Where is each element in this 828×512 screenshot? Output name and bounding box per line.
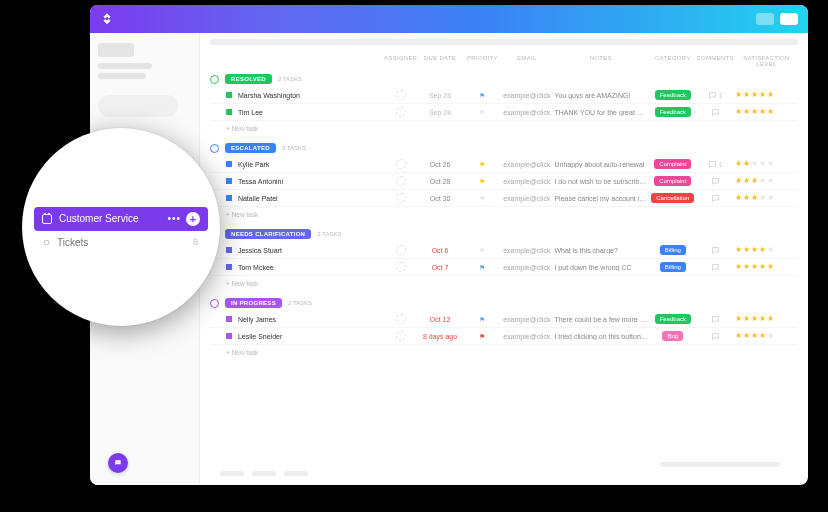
star-icon[interactable]: ★ [759,332,766,340]
task-row[interactable]: Kylie ParkOct 26⚑example@clickUnhappy ab… [210,156,798,173]
category-pill[interactable]: Feedback [655,314,691,324]
assignee-empty[interactable] [396,107,406,117]
due-date[interactable]: Oct 12 [417,316,462,323]
due-date[interactable]: Oct 7 [417,264,462,271]
star-icon[interactable]: ★ [751,332,758,340]
col-priority[interactable]: PRIORITY [463,55,502,67]
star-icon[interactable]: ★ [767,315,774,323]
task-name[interactable]: Tom Mckee [238,264,384,271]
task-row[interactable]: Nelly JamesOct 12⚑example@clickThere cou… [210,311,798,328]
star-icon[interactable]: ★ [743,177,750,185]
status-pill[interactable]: ESCALATED [225,143,276,153]
comments-cell[interactable] [695,332,734,341]
star-icon[interactable]: ★ [751,160,758,168]
comments-cell[interactable] [695,177,734,186]
star-icon[interactable]: ★ [743,263,750,271]
task-status-square[interactable] [226,195,232,201]
comment-icon[interactable] [711,194,720,203]
due-date[interactable]: Oct 28 [417,178,462,185]
star-icon[interactable]: ★ [743,246,750,254]
list-tickets[interactable]: Tickets 8 [34,231,208,248]
star-icon[interactable]: ★ [735,91,742,99]
comments-cell[interactable] [695,108,734,117]
assignee-empty[interactable] [396,314,406,324]
col-due-date[interactable]: DUE DATE [417,55,462,67]
comments-cell[interactable] [695,194,734,203]
star-icon[interactable]: ★ [759,263,766,271]
assignee-empty[interactable] [396,90,406,100]
col-notes[interactable]: NOTES [551,55,650,67]
due-date[interactable]: Oct 26 [417,161,462,168]
task-name[interactable]: Natalie Patel [238,195,384,202]
task-row[interactable]: Leslie Sneider8 days ago⚑example@clickI … [210,328,798,345]
task-row[interactable]: Tom MckeeOct 7⚑example@clickI put down t… [210,259,798,276]
task-row[interactable]: Tessa AntoniniOct 28⚑example@clickI do n… [210,173,798,190]
star-icon[interactable]: ★ [767,91,774,99]
star-icon[interactable]: ★ [735,108,742,116]
task-row[interactable]: Natalie PatelOct 30⚑example@clickPlease … [210,190,798,207]
col-comments[interactable]: COMMENTS [695,55,734,67]
task-email[interactable]: example@click [502,109,551,116]
star-icon[interactable]: ★ [743,160,750,168]
satisfaction-stars[interactable]: ★★★★★ [735,263,798,271]
star-icon[interactable]: ★ [751,246,758,254]
comment-icon[interactable] [708,160,717,169]
new-task-button[interactable]: + New task [210,121,798,140]
comments-cell[interactable] [695,263,734,272]
star-icon[interactable]: ★ [759,177,766,185]
task-email[interactable]: example@click [502,195,551,202]
satisfaction-stars[interactable]: ★★★★★ [735,246,798,254]
star-icon[interactable]: ★ [751,108,758,116]
category-pill[interactable]: Complaint [654,159,691,169]
status-pill[interactable]: NEEDS CLARIFICATION [225,229,311,239]
task-status-square[interactable] [226,333,232,339]
star-icon[interactable]: ★ [767,194,774,202]
task-status-square[interactable] [226,264,232,270]
task-status-square[interactable] [226,109,232,115]
due-date[interactable]: 8 days ago [417,333,462,340]
task-email[interactable]: example@click [502,333,551,340]
task-notes[interactable]: You guys are AMAZING! [551,92,650,99]
satisfaction-stars[interactable]: ★★★★★ [735,160,798,168]
category-pill[interactable]: Feedback [655,107,691,117]
add-list-button[interactable]: + [186,212,200,226]
assignee-empty[interactable] [396,245,406,255]
star-icon[interactable]: ★ [759,315,766,323]
comments-cell[interactable] [695,246,734,255]
task-row[interactable]: Tim LeeSep 24⚑example@clickTHANK YOU for… [210,104,798,121]
task-email[interactable]: example@click [502,264,551,271]
satisfaction-stars[interactable]: ★★★★★ [735,194,798,202]
priority-flag-icon[interactable]: ⚑ [479,316,485,323]
star-icon[interactable]: ★ [751,177,758,185]
task-row[interactable]: Jessica StuartOct 6⚑example@clickWhat is… [210,242,798,259]
priority-flag-icon[interactable]: ⚑ [479,333,485,340]
comment-icon[interactable] [711,246,720,255]
col-satisfaction[interactable]: SATISFACTION LEVEL [735,55,798,67]
task-notes[interactable]: I tried clicking on this button... [551,333,650,340]
task-email[interactable]: example@click [502,161,551,168]
due-date[interactable]: Oct 6 [417,247,462,254]
task-name[interactable]: Nelly James [238,316,384,323]
star-icon[interactable]: ★ [751,194,758,202]
task-notes[interactable]: What is this charge? [551,247,650,254]
star-icon[interactable]: ★ [767,246,774,254]
status-group-header[interactable]: IN PROGRESS2 TASKS [210,295,798,311]
star-icon[interactable]: ★ [751,315,758,323]
col-assignee[interactable]: ASSIGNEE [384,55,418,67]
due-date[interactable]: Sep 28 [417,92,462,99]
star-icon[interactable]: ★ [767,332,774,340]
task-row[interactable]: Marsha WashingtonSep 28⚑example@clickYou… [210,87,798,104]
star-icon[interactable]: ★ [743,108,750,116]
star-icon[interactable]: ★ [743,332,750,340]
star-icon[interactable]: ★ [759,160,766,168]
status-circle-icon[interactable] [210,144,219,153]
status-group-header[interactable]: RESOLVED2 TASKS [210,71,798,87]
star-icon[interactable]: ★ [759,91,766,99]
task-name[interactable]: Jessica Stuart [238,247,384,254]
priority-flag-icon[interactable]: ⚑ [479,109,485,116]
assignee-empty[interactable] [396,262,406,272]
star-icon[interactable]: ★ [735,177,742,185]
assignee-empty[interactable] [396,159,406,169]
star-icon[interactable]: ★ [735,246,742,254]
star-icon[interactable]: ★ [767,160,774,168]
